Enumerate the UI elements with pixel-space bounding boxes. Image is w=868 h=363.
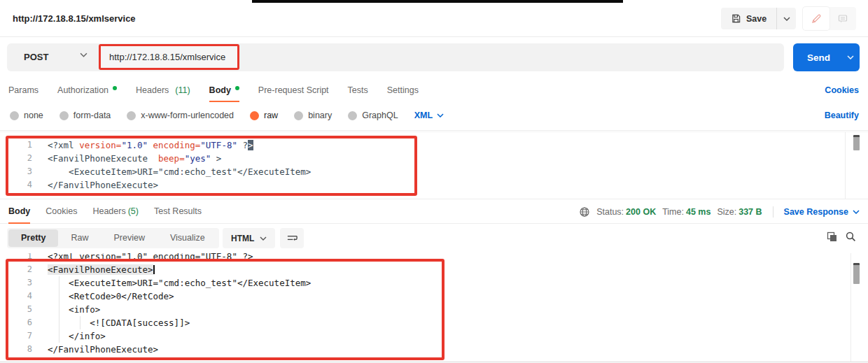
status-metric: Status:200 OK [596, 207, 656, 217]
code-line[interactable]: 6 <![CDATA[success]]> [0, 316, 868, 329]
page-bottom-border [0, 362, 868, 362]
method-select[interactable]: POST [24, 43, 48, 71]
chevron-down-icon [260, 236, 267, 241]
copy-button[interactable] [826, 231, 838, 243]
chevron-down-icon [783, 17, 790, 21]
radio-icon [10, 111, 19, 120]
radio-icon [348, 111, 357, 120]
time-value: 45 ms [686, 207, 710, 217]
time-metric: Time:45 ms [662, 207, 710, 217]
response-tab-test-results[interactable]: Test Results [154, 199, 202, 224]
scrollbar-thumb[interactable] [853, 263, 860, 284]
save-response-button[interactable]: Save Response [784, 207, 860, 217]
view-tab-raw[interactable]: Raw [58, 229, 101, 247]
topbar: http://172.18.8.15/xmlservice Save [0, 0, 868, 37]
edit-request-button[interactable] [803, 7, 830, 30]
line-number: 5 [0, 303, 32, 316]
response-tab-headers[interactable]: Headers(5) [92, 199, 139, 224]
language-select[interactable]: XML [414, 111, 444, 120]
tab-params[interactable]: Params [8, 78, 38, 102]
request-code-lines: 1<?xml version="1.0" encoding="UTF-8" ?>… [0, 138, 868, 192]
send-label: Send [793, 52, 841, 63]
code-line[interactable]: 8</FanvilPhoneExecute> [0, 343, 868, 356]
code-line[interactable]: 4 <RetCode>0</RetCode> [0, 290, 868, 303]
code-line[interactable]: 2<FanvilPhoneExecute beep="yes" > [0, 152, 868, 165]
search-button[interactable] [845, 231, 857, 243]
indent-guide [59, 276, 59, 343]
green-dot-icon [235, 86, 239, 90]
response-view-tabs: Pretty Raw Preview Visualize [7, 228, 219, 248]
tab-headers[interactable]: Headers(11) [136, 78, 190, 102]
radio-icon [127, 111, 136, 120]
code-line[interactable]: 1<?xml version="1.0" encoding="UTF-8" ?> [0, 253, 868, 263]
edit-pencil-icon [811, 13, 822, 24]
bodytype-raw[interactable]: raw [250, 111, 278, 120]
view-tab-preview[interactable]: Preview [101, 229, 157, 247]
url-annotation-box: http://172.18.8.15/xmlservice [99, 44, 239, 70]
request-body-editor[interactable]: 1<?xml version="1.0" encoding="UTF-8" ?>… [0, 131, 868, 199]
save-floppy-icon [731, 13, 741, 24]
comments-icon [837, 13, 848, 24]
postman-request-screen: http://172.18.8.15/xmlservice Save [0, 0, 868, 363]
globe-icon[interactable] [579, 206, 590, 218]
code-line[interactable]: 1<?xml version="1.0" encoding="UTF-8" ?> [0, 138, 868, 152]
url-bar: POST http://172.18.8.15/xmlservice [7, 43, 784, 71]
response-header: Body Cookies Headers(5) Test Results Sta… [0, 199, 868, 224]
top-black-strip [252, 0, 623, 3]
tab-body[interactable]: Body [209, 78, 239, 102]
scrollbar-thumb[interactable] [853, 135, 860, 150]
tab-tests[interactable]: Tests [348, 78, 368, 102]
tab-authorization[interactable]: Authorization [57, 78, 117, 102]
bodytype-form-data[interactable]: form-data [59, 111, 111, 120]
code-line[interactable]: 3 <ExecuteItem>URI="cmd:echo_test"</Exec… [0, 276, 868, 290]
radio-icon [59, 111, 69, 120]
response-code-lines: 1<?xml version="1.0" encoding="UTF-8" ?>… [0, 253, 868, 356]
save-label: Save [746, 14, 766, 24]
response-format-select[interactable]: HTML [223, 228, 275, 248]
chevron-down-icon[interactable] [841, 55, 860, 59]
code-line[interactable]: 5 <info> [0, 303, 868, 316]
bodytype-urlencoded[interactable]: x-www-form-urlencoded [127, 111, 234, 120]
response-body-editor[interactable]: 1<?xml version="1.0" encoding="UTF-8" ?>… [0, 253, 868, 362]
response-tab-cookies[interactable]: Cookies [46, 199, 77, 224]
save-dropdown-button[interactable] [776, 8, 796, 29]
line-number: 3 [0, 165, 32, 178]
code-line[interactable]: 2<FanvilPhoneExecute> [0, 263, 868, 276]
request-meta-buttons [803, 7, 856, 30]
code-line[interactable]: 7 </info> [0, 329, 868, 343]
line-number: 8 [0, 343, 32, 356]
response-headers-count: (5) [128, 206, 139, 216]
comments-button[interactable] [830, 7, 856, 30]
wrap-line-icon [286, 234, 298, 243]
divider [773, 206, 774, 218]
request-tabs: Params Authorization Headers(11) Body Pr… [0, 78, 868, 102]
chevron-down-icon [437, 113, 444, 118]
line-number: 1 [0, 138, 32, 152]
code-line[interactable]: 4</FanvilPhoneExecute> [0, 178, 868, 192]
status-value: 200 OK [626, 207, 656, 217]
view-tab-visualize[interactable]: Visualize [158, 229, 218, 247]
save-button-group: Save [721, 8, 796, 29]
bodytype-binary[interactable]: binary [294, 111, 332, 120]
url-input[interactable]: http://172.18.8.15/xmlservice [109, 46, 225, 68]
size-value: 337 B [738, 207, 762, 217]
save-button[interactable]: Save [721, 8, 776, 29]
url-row: POST http://172.18.8.15/xmlservice Send [0, 43, 868, 71]
line-number: 2 [0, 263, 32, 276]
bodytype-graphql[interactable]: GraphQL [348, 111, 398, 120]
headers-count: (11) [175, 85, 190, 95]
chevron-down-icon[interactable] [80, 52, 88, 57]
response-meta: Status:200 OK Time:45 ms Size:337 B Save… [579, 199, 860, 224]
tab-pre-request-script[interactable]: Pre-request Script [258, 78, 329, 102]
code-line[interactable]: 3 <ExecuteItem>URI="cmd:echo_test"</Exec… [0, 165, 868, 178]
tab-settings[interactable]: Settings [387, 78, 419, 102]
view-tab-pretty[interactable]: Pretty [8, 229, 58, 247]
send-button[interactable]: Send [793, 43, 860, 71]
request-title: http://172.18.8.15/xmlservice [13, 0, 136, 37]
scrollbar-track [845, 132, 846, 199]
response-tab-body[interactable]: Body [8, 199, 30, 224]
beautify-link[interactable]: Beautify [825, 104, 859, 127]
bodytype-none[interactable]: none [10, 111, 43, 120]
cookies-link[interactable]: Cookies [825, 78, 859, 102]
wrap-line-button[interactable] [280, 228, 304, 248]
